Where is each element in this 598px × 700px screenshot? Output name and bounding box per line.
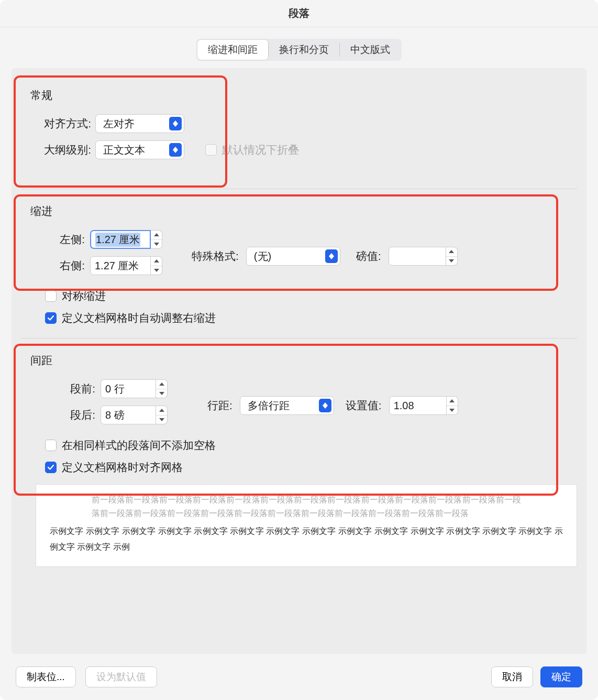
stepper-up-icon[interactable] <box>156 380 167 389</box>
dialog-title: 段落 <box>0 0 598 27</box>
special-select[interactable]: (无) <box>246 247 340 266</box>
at-value: 1.08 <box>394 400 414 412</box>
at-stepper[interactable] <box>447 396 458 415</box>
at-input[interactable]: 1.08 <box>389 396 447 415</box>
auto-adjust-label: 定义文档网格时自动调整右缩进 <box>62 311 216 325</box>
outline-select[interactable]: 正文文本 <box>95 140 184 159</box>
indent-title: 缩进 <box>30 204 567 218</box>
divider <box>21 189 577 189</box>
tab-indent-spacing[interactable]: 缩进和间距 <box>197 40 268 60</box>
alignment-select[interactable]: 左对齐 <box>95 114 184 133</box>
outline-label: 大纲级别: <box>34 143 91 157</box>
at-label: 设置值: <box>346 398 382 413</box>
before-stepper[interactable] <box>156 379 168 398</box>
alignment-value: 左对齐 <box>96 117 169 131</box>
stepper-up-icon[interactable] <box>151 257 162 266</box>
tab-group: 缩进和间距 换行和分页 中文版式 <box>0 39 598 61</box>
mirror-indent-checkbox[interactable] <box>45 290 57 302</box>
spacing-title: 间距 <box>30 353 567 368</box>
by-input[interactable] <box>389 247 446 266</box>
before-label: 段前: <box>51 381 95 396</box>
line-spacing-select[interactable]: 多倍行距 <box>240 396 334 415</box>
stepper-up-icon[interactable] <box>446 247 457 257</box>
preview-prev-text: 前一段落前一段落前一段落前一段落前一段落前一段落前一段落前一段落前一段落前一段落… <box>50 493 563 520</box>
indent-right-stepper[interactable] <box>151 256 162 275</box>
paragraph-dialog: 段落 缩进和间距 换行和分页 中文版式 常规 对齐方式: 左对齐 <box>0 0 598 700</box>
after-value: 8 磅 <box>105 408 125 422</box>
line-spacing-value: 多倍行距 <box>240 399 319 413</box>
before-value: 0 行 <box>105 382 125 396</box>
stepper-down-icon[interactable] <box>156 389 167 398</box>
select-arrows-icon <box>169 143 182 157</box>
before-input[interactable]: 0 行 <box>101 379 156 398</box>
collapse-label: 默认情况下折叠 <box>222 143 299 157</box>
preview-sample-text: 示例文字 示例文字 示例文字 示例文字 示例文字 示例文字 示例文字 示例文字 … <box>50 523 563 555</box>
set-default-button: 设为默认值 <box>85 666 157 687</box>
outline-value: 正文文本 <box>96 143 169 157</box>
auto-adjust-checkbox[interactable] <box>45 312 57 324</box>
stepper-up-icon[interactable] <box>151 231 162 240</box>
after-input[interactable]: 8 磅 <box>101 406 156 424</box>
select-arrows-icon <box>169 117 182 130</box>
stepper-up-icon[interactable] <box>156 406 167 415</box>
by-stepper[interactable] <box>446 247 458 266</box>
after-stepper[interactable] <box>156 406 168 424</box>
indent-left-value: 1.27 厘米 <box>95 233 140 247</box>
stepper-down-icon[interactable] <box>151 240 162 249</box>
by-label: 磅值: <box>356 249 381 264</box>
no-space-checkbox[interactable] <box>45 440 57 451</box>
alignment-label: 对齐方式: <box>34 116 91 131</box>
select-arrows-icon <box>325 249 338 263</box>
stepper-up-icon[interactable] <box>447 397 458 406</box>
divider <box>21 338 577 338</box>
stepper-down-icon[interactable] <box>151 266 162 275</box>
special-value: (无) <box>247 249 325 264</box>
indent-left-input[interactable]: 1.27 厘米 <box>90 230 151 249</box>
footer: 制表位... 设为默认值 取消 确定 <box>0 654 598 700</box>
preview-box: 前一段落前一段落前一段落前一段落前一段落前一段落前一段落前一段落前一段落前一段落… <box>36 484 577 567</box>
indent-left-label: 左侧: <box>51 232 85 247</box>
special-label: 特殊格式: <box>192 249 239 264</box>
tabs-button[interactable]: 制表位... <box>16 666 76 687</box>
line-spacing-label: 行距: <box>207 398 232 413</box>
indent-right-value: 1.27 厘米 <box>95 259 139 273</box>
tab-chinese-layout[interactable]: 中文版式 <box>340 40 401 60</box>
general-title: 常规 <box>30 88 567 103</box>
collapse-checkbox <box>205 144 217 156</box>
select-arrows-icon <box>319 399 331 412</box>
cancel-button[interactable]: 取消 <box>491 666 533 687</box>
stepper-down-icon[interactable] <box>447 406 458 415</box>
no-space-label: 在相同样式的段落间不添加空格 <box>62 438 216 453</box>
tab-line-page[interactable]: 换行和分页 <box>269 40 339 60</box>
indent-right-label: 右侧: <box>51 258 85 273</box>
stepper-down-icon[interactable] <box>446 257 457 266</box>
snap-grid-label: 定义文档网格时对齐网格 <box>62 460 183 475</box>
after-label: 段后: <box>51 408 95 422</box>
indent-right-input[interactable]: 1.27 厘米 <box>90 256 151 275</box>
snap-grid-checkbox[interactable] <box>45 462 57 473</box>
ok-button[interactable]: 确定 <box>540 666 582 687</box>
indent-left-stepper[interactable] <box>151 230 162 249</box>
content-panel: 常规 对齐方式: 左对齐 大纲级别: 正文文本 <box>12 68 586 654</box>
mirror-indent-label: 对称缩进 <box>62 289 106 303</box>
stepper-down-icon[interactable] <box>156 415 167 424</box>
